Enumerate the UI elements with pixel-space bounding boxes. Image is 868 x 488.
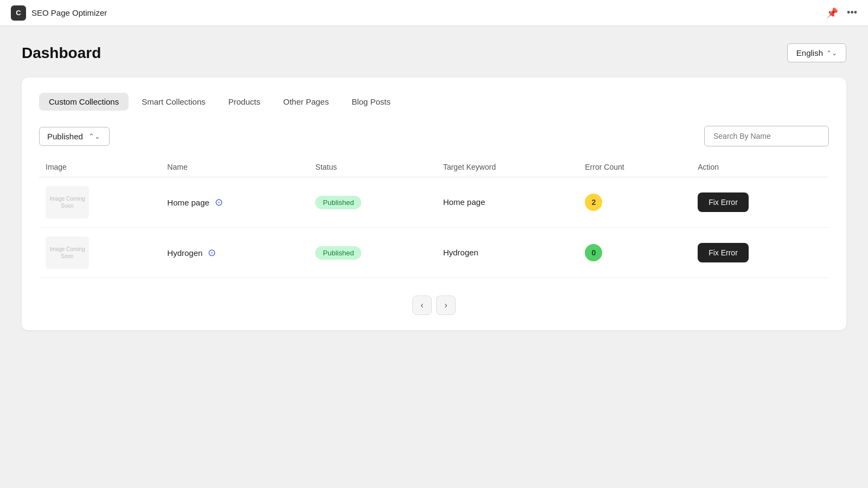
target-icon: ⊙ — [215, 196, 223, 208]
language-selector[interactable]: English ⌃⌄ — [787, 43, 846, 62]
status-filter-label: Published — [47, 132, 83, 141]
row-name: Hydrogen — [167, 248, 202, 258]
chevron-updown-icon: ⌃⌄ — [88, 132, 100, 140]
tabs-container: Custom Collections Smart Collections Pro… — [39, 93, 829, 111]
image-placeholder: Image Coming Soon — [46, 236, 89, 269]
col-error-count: Error Count — [578, 157, 691, 177]
tab-other-pages[interactable]: Other Pages — [273, 93, 339, 111]
tab-custom-collections[interactable]: Custom Collections — [39, 93, 129, 111]
tab-smart-collections[interactable]: Smart Collections — [132, 93, 215, 111]
error-count-badge: 0 — [585, 244, 602, 261]
chevron-up-down-icon: ⌃⌄ — [826, 49, 837, 57]
main-card: Custom Collections Smart Collections Pro… — [22, 78, 846, 330]
page-title: Dashboard — [22, 44, 101, 62]
image-placeholder: Image Coming Soon — [46, 186, 89, 219]
row-name: Home page — [167, 198, 209, 207]
col-status: Status — [309, 157, 436, 177]
app-icon: C — [11, 5, 26, 21]
fix-error-button[interactable]: Fix Error — [698, 243, 749, 262]
target-keyword-value: Hydrogen — [443, 248, 478, 257]
tab-blog-posts[interactable]: Blog Posts — [342, 93, 400, 111]
pin-icon[interactable]: 📌 — [826, 7, 838, 19]
status-filter-dropdown[interactable]: Published ⌃⌄ — [39, 127, 110, 146]
name-cell: Home page ⊙ — [167, 196, 302, 208]
col-image: Image — [39, 157, 161, 177]
top-bar-right: 📌 ••• — [826, 7, 857, 19]
page-header: Dashboard English ⌃⌄ — [22, 43, 846, 62]
tab-products[interactable]: Products — [219, 93, 270, 111]
name-cell: Hydrogen ⊙ — [167, 247, 302, 259]
status-badge: Published — [315, 246, 361, 260]
col-target-keyword: Target Keyword — [437, 157, 579, 177]
top-bar-left: C SEO Page Optimizer — [11, 5, 107, 21]
data-table: Image Name Status Target Keyword Error C… — [39, 157, 829, 278]
next-page-button[interactable]: › — [436, 296, 456, 315]
target-keyword-value: Home page — [443, 197, 486, 207]
table-row: Image Coming Soon Home page ⊙ Published … — [39, 177, 829, 228]
status-badge: Published — [315, 196, 361, 209]
target-icon: ⊙ — [208, 247, 216, 259]
top-bar: C SEO Page Optimizer 📌 ••• — [0, 0, 868, 26]
pagination: ‹ › — [39, 296, 829, 315]
col-name: Name — [161, 157, 309, 177]
col-action: Action — [691, 157, 829, 177]
table-row: Image Coming Soon Hydrogen ⊙ Published H… — [39, 228, 829, 278]
more-options-icon[interactable]: ••• — [847, 7, 857, 18]
page-container: Dashboard English ⌃⌄ Custom Collections … — [0, 26, 868, 348]
prev-page-button[interactable]: ‹ — [412, 296, 432, 315]
search-input[interactable] — [704, 126, 829, 146]
app-title: SEO Page Optimizer — [31, 8, 107, 17]
fix-error-button[interactable]: Fix Error — [698, 192, 749, 212]
filter-row: Published ⌃⌄ — [39, 126, 829, 146]
language-label: English — [796, 48, 823, 57]
error-count-badge: 2 — [585, 194, 602, 211]
